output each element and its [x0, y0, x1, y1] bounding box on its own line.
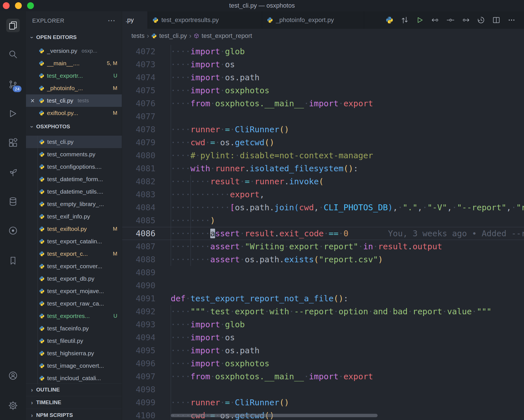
line-number[interactable]: 4080: [122, 149, 171, 162]
code-line[interactable]: 4077: [122, 110, 524, 123]
activity-item-bookmark[interactable]: [6, 254, 20, 267]
open-editor-item[interactable]: exiftool.py...M: [26, 107, 122, 119]
open-editor-item[interactable]: ×test_cli.pytests: [26, 94, 122, 107]
line-number[interactable]: 4078: [122, 123, 171, 136]
code-line[interactable]: 4097····from·osxphotos.__main__·import·e…: [122, 370, 524, 383]
file-row[interactable]: test_export_mojave...: [26, 285, 122, 297]
changes-icon[interactable]: [447, 16, 454, 24]
line-number[interactable]: 4086: [122, 227, 171, 240]
line-number[interactable]: 4082: [122, 175, 171, 188]
line-number[interactable]: 4091: [122, 292, 171, 305]
line-number[interactable]: 4084: [122, 201, 171, 214]
file-row[interactable]: test_faceinfo.py: [26, 322, 122, 335]
file-row[interactable]: test_image_convert...: [26, 360, 122, 372]
line-number[interactable]: 4083: [122, 188, 171, 201]
line-number[interactable]: 4073: [122, 58, 171, 71]
code-line[interactable]: 4087········assert·"Writing·export·repor…: [122, 240, 524, 253]
next-change-icon[interactable]: [462, 16, 470, 24]
code-line[interactable]: 4092····"""·test·export·with·--report·op…: [122, 305, 524, 318]
open-editor-item[interactable]: test_exportr...U: [26, 70, 122, 82]
minimize-window-button[interactable]: [15, 2, 22, 9]
file-row[interactable]: test_exif_info.py: [26, 210, 122, 223]
open-editor-item[interactable]: _photoinfo_...M: [26, 82, 122, 94]
code-line[interactable]: 4090: [122, 279, 524, 292]
line-number[interactable]: 4095: [122, 344, 171, 357]
line-number[interactable]: 4087: [122, 240, 171, 253]
more-actions-icon[interactable]: ⋯: [107, 19, 116, 22]
line-number[interactable]: 4097: [122, 370, 171, 383]
zoom-window-button[interactable]: [27, 2, 34, 9]
editor-tab[interactable]: .py: [122, 11, 148, 29]
code-editor[interactable]: 4072····import·glob4073····import·os4074…: [122, 43, 524, 420]
file-row[interactable]: test_datetime_utils....: [26, 185, 122, 198]
line-number[interactable]: 4088: [122, 253, 171, 266]
sidebar-section-timeline[interactable]: ›TIMELINE: [26, 396, 122, 409]
file-row[interactable]: test_fileutil.py: [26, 335, 122, 347]
code-line[interactable]: 4085········): [122, 214, 524, 227]
editor-tab[interactable]: test_exportresults.py: [148, 11, 262, 29]
file-row[interactable]: test_empty_library_...: [26, 198, 122, 210]
code-line[interactable]: 4072····import·glob: [122, 45, 524, 58]
open-editor-item[interactable]: _version.pyosxp...: [26, 45, 122, 57]
sidebar-section-npm-scripts[interactable]: ›NPM SCRIPTS: [26, 409, 122, 420]
line-number[interactable]: 4089: [122, 266, 171, 279]
split-editor-icon[interactable]: [492, 16, 500, 24]
line-number[interactable]: 4100: [122, 409, 171, 420]
code-line[interactable]: 4086········assert·result.exit_code·==·0…: [122, 227, 524, 240]
file-row[interactable]: test_export_conver...: [26, 260, 122, 272]
line-number[interactable]: 4099: [122, 396, 171, 409]
horizontal-scrollbar[interactable]: [171, 414, 378, 417]
code-line[interactable]: 4076····from·osxphotos.__main__·import·e…: [122, 97, 524, 110]
activity-item-search[interactable]: [6, 47, 20, 61]
activity-item-database[interactable]: [6, 195, 20, 208]
line-number[interactable]: 4074: [122, 71, 171, 84]
activity-item-record[interactable]: [6, 224, 20, 237]
breadcrumb-item[interactable]: test_export_report: [194, 32, 252, 40]
more-actions-icon[interactable]: [508, 16, 516, 24]
file-row[interactable]: test_incloud_catali...: [26, 372, 122, 384]
code-line[interactable]: 4074····import·os.path: [122, 71, 524, 84]
activity-item-accounts[interactable]: [6, 369, 20, 382]
line-number[interactable]: 4092: [122, 305, 171, 318]
code-line[interactable]: 4089: [122, 266, 524, 279]
line-number[interactable]: 4077: [122, 110, 171, 123]
file-row[interactable]: test_exportres...U: [26, 310, 122, 322]
line-number[interactable]: 4072: [122, 45, 171, 58]
line-number[interactable]: 4098: [122, 383, 171, 396]
sidebar-section-outline[interactable]: ›OUTLINE: [26, 383, 122, 396]
close-icon[interactable]: ×: [29, 97, 36, 105]
code-line[interactable]: 4091def·test_export_report_not_a_file():: [122, 292, 524, 305]
file-row[interactable]: test_comments.py: [26, 148, 122, 161]
code-line[interactable]: 4094····import·os: [122, 331, 524, 344]
line-number[interactable]: 4094: [122, 331, 171, 344]
line-number[interactable]: 4090: [122, 279, 171, 292]
code-line[interactable]: 4084············[os.path.join(cwd,·CLI_P…: [122, 201, 524, 214]
open-editors-section-header[interactable]: › OPEN EDITORS: [26, 30, 122, 45]
breadcrumb-item[interactable]: tests: [131, 32, 144, 40]
code-line[interactable]: 4078····runner·=·CliRunner(): [122, 123, 524, 136]
file-row[interactable]: test_datetime_form...: [26, 173, 122, 185]
code-line[interactable]: 4088········assert·os.path.exists("repor…: [122, 253, 524, 266]
line-number[interactable]: 4096: [122, 357, 171, 370]
line-number[interactable]: 4079: [122, 136, 171, 149]
run-button[interactable]: [416, 16, 424, 24]
breadcrumb-item[interactable]: test_cli.py: [151, 32, 187, 40]
code-line[interactable]: 4083············export,: [122, 188, 524, 201]
activity-item-settings-gear[interactable]: [6, 399, 20, 412]
file-row[interactable]: test_export_catalin...: [26, 235, 122, 248]
code-line[interactable]: 4079····cwd·=·os.getcwd(): [122, 136, 524, 149]
code-line[interactable]: 4098: [122, 383, 524, 396]
code-line[interactable]: 4096····import·osxphotos: [122, 357, 524, 370]
close-window-button[interactable]: [3, 2, 10, 9]
activity-item-source-control[interactable]: 24: [6, 78, 20, 91]
python-icon[interactable]: [386, 16, 393, 24]
open-editor-item[interactable]: __main__....5, M: [26, 57, 122, 70]
file-row[interactable]: test_export_db.py: [26, 272, 122, 285]
code-line[interactable]: 4080····#·pylint:·disable=not-context-ma…: [122, 149, 524, 162]
line-number[interactable]: 4085: [122, 214, 171, 227]
file-row[interactable]: test_export_c...M: [26, 248, 122, 260]
file-row[interactable]: test_configoptions....: [26, 161, 122, 173]
file-history-icon[interactable]: [477, 16, 485, 24]
osxphotos-section-header[interactable]: › OSXPHOTOS: [26, 119, 122, 134]
previous-change-icon[interactable]: [431, 16, 439, 24]
